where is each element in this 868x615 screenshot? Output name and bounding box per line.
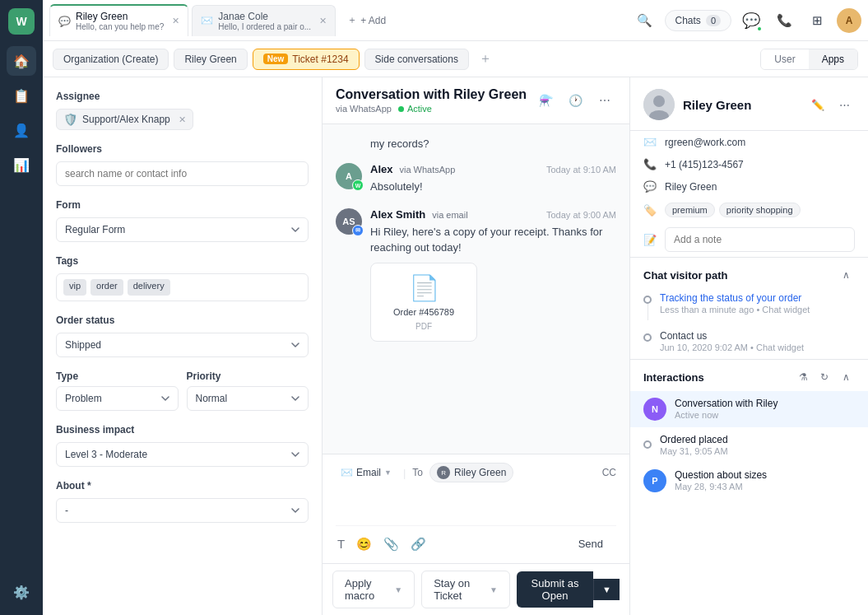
send-button[interactable]: Send <box>565 533 616 555</box>
more-contact-button[interactable]: ⋯ <box>833 94 855 115</box>
msg-time-1: Today at 9:10 AM <box>546 165 616 175</box>
attachment-card[interactable]: 📄 Order #456789 PDF <box>370 263 477 342</box>
tab-add[interactable]: ＋ + Add <box>339 10 394 30</box>
phone-button[interactable]: 📞 <box>771 7 797 34</box>
tags-container[interactable]: vip order delivery <box>56 273 309 301</box>
submit-main-button[interactable]: Submit as Open <box>517 571 593 608</box>
vp-meta-2: Jun 10, 2020 9:02 AM • Chat widget <box>660 342 855 352</box>
visitor-path-item-1: Tracking the status of your order Less t… <box>630 289 868 327</box>
assignee-chip[interactable]: 🛡️ Support/Alex Knapp ✕ <box>56 109 193 130</box>
followers-search[interactable] <box>56 161 309 186</box>
chip-remove-icon[interactable]: ✕ <box>179 114 186 125</box>
history-button[interactable]: 🕐 <box>564 89 587 112</box>
user-avatar[interactable]: A <box>837 8 861 33</box>
form-select[interactable]: Regular Form <box>56 217 309 242</box>
recipient-chip[interactable]: R Riley Green <box>429 463 513 482</box>
support-icon: 🛡️ <box>63 113 77 126</box>
contact-header: Riley Green ✏️ ⋯ <box>630 77 868 131</box>
int-meta-1: Active now <box>675 410 855 420</box>
tab-add-icon[interactable]: ＋ <box>474 50 497 68</box>
priority-select[interactable]: Normal <box>187 386 309 411</box>
tab-close-1[interactable]: ✕ <box>172 16 179 26</box>
msg-sender-2: Alex Smith <box>370 208 425 221</box>
whatsapp-icon: W <box>352 179 364 191</box>
chats-button[interactable]: Chats 0 <box>665 10 731 31</box>
vp-meta-1: Less than a minute ago • Chat widget <box>660 305 855 314</box>
business-impact-select[interactable]: Level 3 - Moderate <box>56 442 309 467</box>
contact-phone-value: +1 (415)123-4567 <box>665 159 744 170</box>
attachment-type: PDF <box>415 322 432 331</box>
type-select[interactable]: Problem <box>56 386 179 411</box>
grid-button[interactable]: ⊞ <box>804 7 830 34</box>
nav-settings[interactable]: ⚙️ <box>7 577 36 607</box>
visitor-path-actions: ∧ <box>837 266 855 284</box>
visitor-path-item-2: Contact us Jun 10, 2020 9:02 AM • Chat w… <box>630 327 868 359</box>
filter-button[interactable]: ⚗️ <box>534 89 557 112</box>
tab-janae-cole[interactable]: ✉️ Janae Cole Hello, I ordered a pair o.… <box>192 5 336 36</box>
nav-reports[interactable]: 📊 <box>7 150 36 179</box>
org-tab[interactable]: Organization (Create) <box>53 49 169 70</box>
interaction-2[interactable]: Ordered placed May 31, 9:05 AM <box>630 427 868 463</box>
app-logo[interactable]: W <box>8 8 35 35</box>
note-input[interactable] <box>665 227 855 252</box>
tag-order: order <box>91 279 123 296</box>
tab-close-2[interactable]: ✕ <box>319 16 327 26</box>
contact-avatar <box>643 89 675 120</box>
right-panel: Riley Green ✏️ ⋯ ✉️ rgreen@work.com 📞 +1… <box>629 77 868 615</box>
order-status-select[interactable]: Shipped <box>56 333 309 357</box>
submit-dropdown-button[interactable]: ▼ <box>593 579 620 600</box>
side-conv-tab[interactable]: Side conversations <box>364 49 469 70</box>
filter-interactions-button[interactable]: ⚗ <box>794 368 812 386</box>
int-content-2: Ordered placed May 31, 9:05 AM <box>660 434 855 456</box>
conv-actions: ⚗️ 🕐 ⋯ <box>534 89 616 112</box>
search-button[interactable]: 🔍 <box>632 7 658 34</box>
conv-channel: via WhatsApp <box>336 104 392 114</box>
text-format-tool[interactable]: T <box>336 535 346 552</box>
attach-tool[interactable]: 📎 <box>382 535 401 553</box>
about-select[interactable]: - <box>56 498 309 523</box>
to-label: To <box>412 467 423 478</box>
user-tab[interactable]: User <box>761 49 808 69</box>
collapse-visitor-path-button[interactable]: ∧ <box>837 266 855 284</box>
refresh-interactions-button[interactable]: ↻ <box>815 368 833 386</box>
link-tool[interactable]: 🔗 <box>409 535 428 553</box>
contact-whatsapp-value: Riley Green <box>665 181 717 193</box>
collapse-interactions-button[interactable]: ∧ <box>837 368 855 386</box>
message-2: AS ✉ Alex Smith via email Today at 9:00 … <box>336 208 616 342</box>
interaction-3[interactable]: P Question about sizes May 28, 9:43 AM <box>630 463 868 499</box>
edit-contact-button[interactable]: ✏️ <box>807 94 829 115</box>
int-avatar-1: N <box>643 398 666 421</box>
stay-on-ticket-button[interactable]: Stay on Ticket ▼ <box>421 571 510 608</box>
contact-tab[interactable]: Riley Green <box>174 49 247 70</box>
compose-type-selector[interactable]: ✉️ Email ▼ <box>336 464 397 481</box>
nav-contacts[interactable]: 👤 <box>7 115 36 145</box>
tab-riley-green[interactable]: 💬 Riley Green Hello, can you help me? ✕ <box>49 4 188 36</box>
apps-tab[interactable]: Apps <box>809 49 857 69</box>
contact-tags-row: 🏷️ premium priority shopping <box>630 198 868 222</box>
visitor-path-title: Chat visitor path <box>643 269 728 282</box>
int-content-3: Question about sizes May 28, 9:43 AM <box>675 469 855 492</box>
tab-subtitle: Hello, can you help me? <box>76 22 164 31</box>
msg-header-2: Alex Smith via email Today at 9:00 AM <box>370 208 616 221</box>
sidebar-nav: W 🏠 📋 👤 📊 ⚙️ <box>0 0 43 615</box>
compose-body[interactable] <box>336 489 616 519</box>
more-button[interactable]: ⋯ <box>593 89 616 112</box>
email-icon-compose: ✉️ <box>341 467 353 478</box>
interaction-1[interactable]: N Conversation with Riley Active now <box>630 391 868 427</box>
vp-title-1[interactable]: Tracking the status of your order <box>660 292 855 304</box>
ticket-tab[interactable]: New Ticket #1234 <box>253 49 360 70</box>
nav-home[interactable]: 🏠 <box>7 46 36 76</box>
tag-delivery: delivery <box>128 279 170 296</box>
chat-icon-btn[interactable]: 💬 <box>738 7 764 34</box>
middle-panel: Conversation with Riley Green via WhatsA… <box>323 77 629 615</box>
macro-button[interactable]: Apply macro ▼ <box>332 571 415 608</box>
conv-subtitle: via WhatsApp Active <box>336 104 527 114</box>
note-detail-icon: 📝 <box>643 234 657 246</box>
type-label: Type <box>56 370 179 382</box>
vp-content-1: Tracking the status of your order Less t… <box>660 292 855 320</box>
cc-button[interactable]: CC <box>602 467 616 478</box>
compose-separator: | <box>403 467 406 479</box>
vp-title-2: Contact us <box>660 330 855 342</box>
nav-tickets[interactable]: 📋 <box>7 81 36 110</box>
emoji-tool[interactable]: 😊 <box>355 535 374 553</box>
